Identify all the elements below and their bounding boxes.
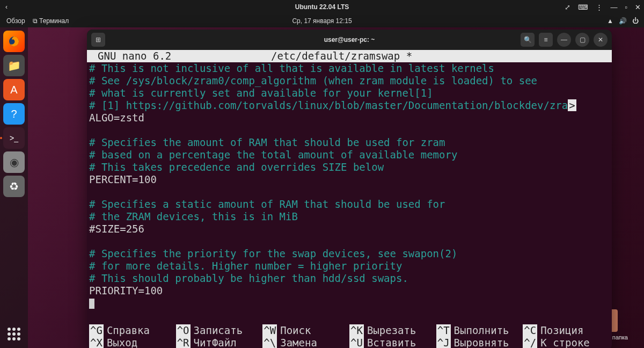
minimize-icon[interactable]: — — [610, 3, 617, 11]
nano-shortcut: ^OЗаписать — [176, 324, 263, 337]
nano-shortcuts: ^GСправка^OЗаписать^WПоиск^KВырезать^TВы… — [87, 324, 612, 348]
nano-shortcut: ^XВыход — [89, 337, 176, 348]
more-icon[interactable]: ⋮ — [596, 3, 603, 11]
dock-firefox[interactable] — [3, 31, 25, 52]
nano-line[interactable]: # This should probably be higher than hd… — [89, 272, 610, 285]
terminal-window: ⊞ user@user-pc: ~ 🔍 ≡ — ▢ ✕ GNU nano 6.2… — [87, 30, 612, 348]
nano-shortcut: ^JВыровнять — [436, 337, 523, 348]
nano-header: GNU nano 6.2 /etc/default/zramswap * — [87, 50, 612, 62]
nano-shortcut: ^GСправка — [89, 324, 176, 337]
dock-apps-grid[interactable] — [4, 324, 24, 344]
nano-line[interactable]: # [1] https://github.com/torvalds/linux/… — [89, 99, 610, 112]
close-icon[interactable]: ✕ — [635, 3, 641, 11]
search-button[interactable]: 🔍 — [521, 33, 535, 47]
nano-line[interactable] — [89, 235, 610, 248]
host-back-button[interactable]: ‹ — [0, 3, 13, 11]
dock-terminal[interactable]: >_ — [3, 127, 25, 149]
nano-version: GNU nano 6.2 — [91, 50, 271, 62]
volume-icon[interactable]: 🔊 — [619, 17, 627, 25]
nano-line[interactable]: PRIORITY=100 — [89, 285, 610, 297]
fullscreen-icon[interactable]: ⤢ — [565, 3, 570, 11]
dock-files[interactable]: 📁 — [3, 55, 25, 76]
nano-line[interactable] — [89, 124, 610, 136]
menu-button[interactable]: ≡ — [539, 33, 553, 47]
new-tab-button[interactable]: ⊞ — [91, 33, 105, 47]
power-icon[interactable]: ⏻ — [632, 17, 639, 25]
nano-line[interactable]: # Specifies the amount of RAM that shoul… — [89, 136, 610, 149]
nano-line[interactable]: #SIZE=256 — [89, 223, 610, 235]
nano-line[interactable]: # See /sys/block/zram0/comp_algorithm (w… — [89, 75, 610, 87]
nano-line[interactable]: # for more details. Higher number = high… — [89, 260, 610, 272]
window-maximize-button[interactable]: ▢ — [575, 33, 589, 47]
nano-line[interactable]: PERCENT=100 — [89, 173, 610, 186]
nano-line[interactable]: ALGO=zstd — [89, 112, 610, 124]
keyboard-icon[interactable]: ⌨ — [578, 3, 588, 11]
terminal-titlebar: ⊞ user@user-pc: ~ 🔍 ≡ — ▢ ✕ — [87, 30, 612, 50]
nano-shortcut: ^KВырезать — [349, 324, 436, 337]
terminal-body[interactable]: GNU nano 6.2 /etc/default/zramswap * # T… — [87, 50, 612, 348]
nano-line[interactable]: # This takes precedence and overrides SI… — [89, 161, 610, 173]
nano-content[interactable]: # This is not inclusive of all that is a… — [87, 62, 612, 309]
dock-help[interactable]: ? — [3, 103, 25, 125]
nano-line[interactable]: # based on a percentage the total amount… — [89, 149, 610, 161]
dock-trash[interactable]: ♻ — [3, 176, 25, 197]
terminal-title: user@user-pc: ~ — [324, 36, 375, 44]
network-icon[interactable]: ▲ — [607, 17, 613, 25]
nano-line[interactable] — [89, 186, 610, 198]
dock-software[interactable]: A — [3, 79, 25, 100]
desktop: Домашняя папка ⊞ user@user-pc: ~ 🔍 ≡ — ▢… — [28, 27, 644, 348]
nano-line[interactable]: # the ZRAM devices, this is in MiB — [89, 211, 610, 223]
app-menu[interactable]: ⧉ Терминал — [33, 17, 69, 25]
nano-shortcut: ^RЧитФайл — [176, 337, 263, 348]
gnome-top-bar: Обзор ⧉ Терминал Ср, 17 января 12:15 ▲ 🔊… — [0, 14, 644, 27]
nano-shortcut: ^CПозиция — [523, 324, 610, 337]
nano-shortcut: ^UВставить — [349, 337, 436, 348]
nano-shortcut: ^TВыполнить — [436, 324, 523, 337]
nano-line[interactable] — [89, 297, 610, 309]
window-minimize-button[interactable]: — — [557, 33, 571, 47]
nano-filename: /etc/default/zramswap * — [271, 50, 412, 62]
nano-shortcut: ^WПоиск — [262, 324, 349, 337]
activities-button[interactable]: Обзор — [6, 17, 25, 25]
window-close-button[interactable]: ✕ — [594, 33, 608, 47]
dock-disk[interactable]: ◉ — [3, 151, 25, 173]
host-title: Ubuntu 22.04 LTS — [295, 3, 349, 11]
nano-shortcut: ^\Замена — [262, 337, 349, 348]
nano-shortcut: ^/К строке — [523, 337, 610, 348]
dock: 📁 A ? >_ ◉ ♻ — [0, 27, 28, 348]
datetime[interactable]: Ср, 17 января 12:15 — [292, 17, 352, 25]
host-titlebar: ‹ Ubuntu 22.04 LTS ⤢ ⌨ ⋮ — ▫ ✕ — [0, 0, 644, 14]
nano-line[interactable]: # Specifies the priority for the swap de… — [89, 248, 610, 260]
nano-line[interactable]: # what is currently set and available fo… — [89, 87, 610, 99]
nano-line[interactable]: # Specifies a static amount of RAM that … — [89, 198, 610, 211]
nano-line[interactable]: # This is not inclusive of all that is a… — [89, 62, 610, 75]
maximize-icon[interactable]: ▫ — [625, 3, 627, 11]
